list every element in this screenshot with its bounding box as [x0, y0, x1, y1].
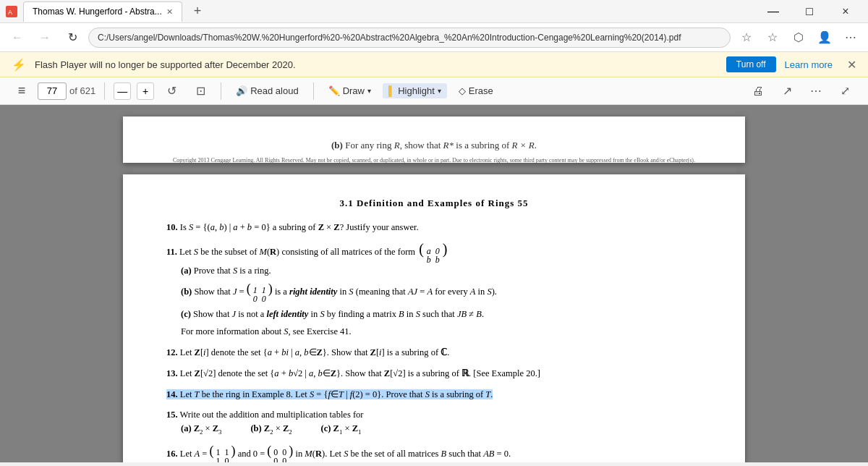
problem-14: 14. Let T be the ring in Example 8. Let … [166, 388, 702, 402]
prob11b: (b) Show that J = (1 10 0) is a right id… [181, 282, 702, 303]
highlight-chevron-icon: ▾ [438, 87, 441, 95]
problem-12: 12. Let Z[i] denote the set {a + bi | a,… [166, 346, 702, 360]
prob16-num: 16. [166, 449, 178, 459]
prob11-num: 11. [166, 247, 177, 257]
extensions-button[interactable]: ⬡ [787, 26, 810, 49]
separator-2 [221, 82, 221, 100]
erase-button[interactable]: ◇ Erase [453, 83, 499, 98]
pdf-page-main: 3.1 Definition and Examples of Rings 55 … [123, 174, 745, 462]
window-controls: — □ × [757, 0, 862, 23]
problem-13: 13. Let Z[√2] denote the set {a + b√2 | … [166, 367, 702, 381]
forward-button[interactable]: → [33, 26, 56, 49]
expand-button[interactable]: ⤢ [833, 80, 856, 103]
zoom-out-button[interactable]: — [114, 82, 131, 100]
copyright-text: Copyright 2013 Cengage Learning. All Rig… [166, 157, 702, 163]
browser-tab[interactable]: Thomas W. Hungerford - Abstra... ✕ [23, 1, 182, 22]
prob15c: (c) Z1 × Z1 [321, 422, 362, 437]
prob15a: (a) Z2 × Z3 [181, 422, 221, 437]
highlight-icon: ▌ [388, 85, 395, 96]
erase-label: Erase [469, 85, 493, 96]
prob11a: (a) Prove that S is a ring. [181, 264, 702, 278]
read-aloud-button[interactable]: 🔊 Read aloud [230, 83, 305, 98]
address-input[interactable] [88, 27, 731, 48]
draw-icon: ✏️ [328, 85, 340, 96]
highlight-button[interactable]: ▌ Highlight ▾ [383, 83, 447, 98]
back-button[interactable]: ← [6, 26, 29, 49]
pdf-more-button[interactable]: ⋯ [804, 80, 827, 103]
print-button[interactable]: 🖨 [746, 80, 770, 103]
svg-text:A: A [8, 9, 12, 16]
prob11-note: For more information about S, see Exerci… [181, 325, 702, 339]
learn-more-link[interactable]: Learn more [785, 59, 833, 70]
address-bar: ← → ↻ ☆ ☆ ⬡ 👤 ⋯ [0, 23, 868, 52]
minimize-button[interactable]: — [757, 0, 790, 23]
draw-button[interactable]: ✏️ Draw ▾ [323, 83, 377, 98]
page-input[interactable] [38, 82, 67, 100]
new-tab-button[interactable]: + [188, 4, 208, 19]
problem-16: 16. Let A = (1 11 0) and 0 = (0 00 0) in… [166, 444, 702, 462]
chapter-header: 3.1 Definition and Examples of Rings 55 [166, 198, 702, 209]
prob15-sub: (a) Z2 × Z3 (b) Z2 × Z2 (c) Z1 × Z1 [181, 422, 702, 437]
read-aloud-label: Read aloud [250, 85, 299, 96]
prob14-num: 14. [166, 389, 178, 399]
tab-title: Thomas W. Hungerford - Abstra... [33, 7, 162, 17]
draw-label: Draw [343, 85, 365, 96]
flash-close-button[interactable]: ✕ [847, 58, 856, 72]
restore-button[interactable]: □ [793, 0, 826, 23]
pdf-menu-button[interactable]: ≡ [12, 81, 32, 101]
favorites-button[interactable]: ☆ [735, 26, 758, 49]
browser-icon: A [6, 6, 17, 17]
zoom-in-button[interactable]: + [137, 82, 154, 100]
toolbar-right: ☆ ☆ ⬡ 👤 ⋯ [735, 26, 862, 49]
prob11c: (c) Show that J is not a left identity i… [181, 308, 702, 321]
prob15b: (b) Z2 × Z2 [250, 422, 292, 437]
problem-15: 15. Write out the addition and multiplic… [166, 408, 702, 436]
separator-1 [104, 82, 105, 100]
snippet-part-b: (b) For any ring R, show that R* is a su… [166, 140, 702, 151]
reading-list-button[interactable]: ☆ [761, 26, 784, 49]
settings-button[interactable]: ⋯ [839, 26, 862, 49]
rotate-button[interactable]: ↺ [160, 80, 183, 103]
pdf-content-area[interactable]: (b) For any ring R, show that R* is a su… [0, 105, 868, 462]
highlight-label: Highlight [398, 85, 435, 96]
prob12-num: 12. [166, 347, 178, 357]
prob10-num: 10. [166, 222, 178, 232]
prob13-num: 13. [166, 368, 178, 378]
flash-bar: ⚡ Flash Player will no longer be support… [0, 52, 868, 77]
page-total: of 621 [69, 85, 95, 96]
problem-11: 11. Let S be the subset of M(R) consisti… [166, 242, 702, 339]
erase-icon: ◇ [459, 85, 466, 96]
problem-10: 10. Is S = {(a, b) | a + b = 0} a subrin… [166, 221, 702, 234]
draw-chevron-icon: ▾ [367, 87, 371, 95]
flash-message: Flash Player will no longer be supported… [35, 59, 718, 70]
pdf-page-snippet: (b) For any ring R, show that R* is a su… [123, 116, 745, 163]
title-bar: A Thomas W. Hungerford - Abstra... ✕ + —… [0, 0, 868, 23]
tab-close-button[interactable]: ✕ [166, 7, 173, 17]
turn-off-button[interactable]: Turn off [726, 56, 776, 72]
account-button[interactable]: 👤 [813, 26, 836, 49]
prob15-num: 15. [166, 410, 178, 420]
flash-warning-icon: ⚡ [12, 58, 26, 72]
separator-3 [313, 82, 314, 100]
close-button[interactable]: × [829, 0, 862, 23]
refresh-button[interactable]: ↻ [61, 26, 84, 49]
read-aloud-icon: 🔊 [236, 85, 247, 96]
problem-list: 10. Is S = {(a, b) | a + b = 0} a subrin… [166, 221, 702, 462]
fit-button[interactable]: ⊡ [189, 80, 212, 103]
share-button[interactable]: ↗ [775, 80, 799, 103]
pdf-toolbar: ≡ of 621 — + ↺ ⊡ 🔊 Read aloud ✏️ Draw ▾ … [0, 77, 868, 105]
page-controls: of 621 [38, 82, 95, 100]
